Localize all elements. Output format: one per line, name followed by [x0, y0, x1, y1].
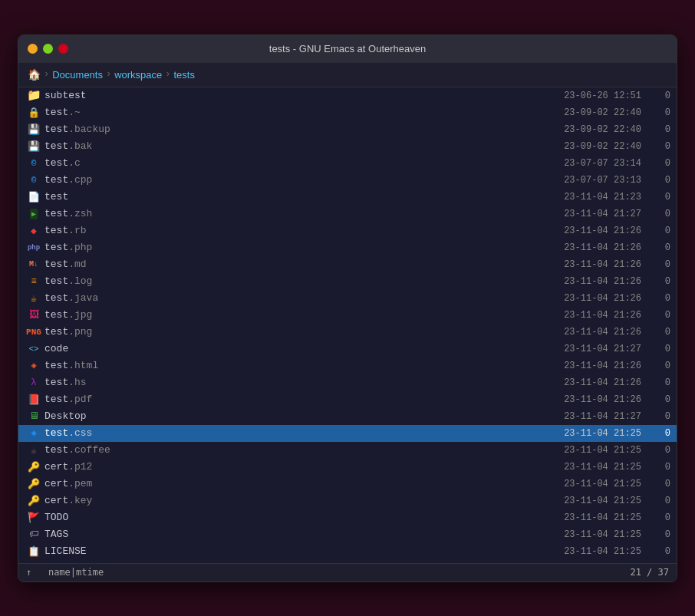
list-item[interactable]: 🖥 Desktop 23-11-04 21:27 0	[18, 408, 677, 425]
file-icon: 🏷	[26, 528, 41, 542]
file-date: 23-11-04 21:26	[548, 327, 647, 338]
list-item[interactable]: ▶ test.zsh 23-11-04 21:27 0	[18, 206, 677, 222]
file-date: 23-11-04 21:27	[548, 411, 647, 422]
list-item[interactable]: ⊕ test.el 23-05-29 00:51 242	[18, 560, 677, 563]
file-icon: 📁	[26, 89, 41, 103]
file-size: 0	[647, 546, 670, 557]
file-size: 0	[647, 344, 670, 354]
file-name: test.css	[44, 427, 548, 439]
list-item[interactable]: 💾 test.bak 23-09-02 22:40 0	[18, 138, 677, 155]
file-date: 23-11-04 21:26	[548, 377, 647, 388]
file-name: test.backup	[44, 124, 548, 135]
file-icon: 🖼	[26, 308, 41, 322]
minimize-button[interactable]	[28, 44, 38, 54]
list-item[interactable]: 🔑 cert.p12 23-11-04 21:25 0	[18, 459, 677, 476]
file-size: 0	[647, 377, 670, 388]
file-name: test.c	[44, 157, 548, 169]
file-name: test.jpg	[44, 309, 548, 321]
file-name: test.coffee	[44, 444, 548, 456]
list-item[interactable]: ☕ test.coffee 23-11-04 21:25 0	[18, 442, 677, 459]
list-item[interactable]: php test.php 23-11-04 21:26 0	[18, 239, 677, 256]
file-size: 0	[647, 496, 670, 506]
file-size: 0	[647, 192, 670, 203]
list-item[interactable]: ◈ test.css 23-11-04 21:25 0	[18, 425, 677, 442]
list-item[interactable]: ☕ test.java 23-11-04 21:26 0	[18, 290, 677, 307]
titlebar: tests - GNU Emacs at Outerheaven	[18, 35, 677, 63]
file-size: 0	[647, 141, 670, 152]
file-size: 0	[647, 124, 670, 135]
list-item[interactable]: 📄 test 23-11-04 21:23 0	[18, 189, 677, 206]
file-date: 23-11-04 21:26	[548, 226, 647, 236]
file-list[interactable]: 📁 subtest 23-06-26 12:51 0 🔒 test.~ 23-0…	[18, 87, 677, 563]
file-name: test.rb	[44, 225, 548, 236]
file-size: 0	[647, 428, 670, 439]
list-item[interactable]: 🏷 TAGS 23-11-04 21:25 0	[18, 526, 677, 543]
file-size: 0	[647, 479, 670, 489]
list-item[interactable]: ◆ test.rb 23-11-04 21:26 0	[18, 222, 677, 239]
file-icon: ©	[26, 156, 41, 170]
file-icon: 🚩	[26, 511, 41, 525]
list-item[interactable]: 📋 LICENSE 23-11-04 21:25 0	[18, 543, 677, 560]
list-item[interactable]: M↓ test.md 23-11-04 21:26 0	[18, 256, 677, 273]
file-name: TAGS	[44, 529, 548, 540]
file-date: 23-11-04 21:25	[548, 546, 647, 557]
file-icon: 💾	[26, 140, 41, 153]
breadcrumb-sep-3: ›	[165, 69, 170, 80]
file-name: TODO	[44, 512, 548, 523]
file-name: test.zsh	[44, 208, 548, 219]
breadcrumb-workspace[interactable]: workspace	[114, 69, 162, 81]
file-icon: λ	[26, 376, 41, 390]
file-icon: ⊕	[26, 562, 41, 563]
file-icon: php	[26, 241, 41, 255]
list-item[interactable]: © test.c 23-07-07 23:14 0	[18, 155, 677, 172]
list-item[interactable]: 🔒 test.~ 23-09-02 22:40 0	[18, 104, 677, 121]
file-date: 23-11-04 21:25	[548, 512, 647, 523]
breadcrumb-sep-1: ›	[44, 69, 49, 80]
sort-indicator: ↑	[26, 567, 31, 578]
maximize-button[interactable]	[43, 44, 53, 54]
breadcrumb-sep-2: ›	[106, 69, 111, 80]
file-name: test.hs	[44, 377, 548, 388]
sort-info: ↑ name|mtime	[26, 567, 104, 578]
file-icon: ◆	[26, 224, 41, 238]
list-item[interactable]: PNG test.png 23-11-04 21:26 0	[18, 324, 677, 341]
file-name: cert.key	[44, 495, 548, 506]
file-name: cert.p12	[44, 461, 548, 473]
list-item[interactable]: 🔑 cert.key 23-11-04 21:25 0	[18, 492, 677, 509]
list-item[interactable]: 🚩 TODO 23-11-04 21:25 0	[18, 509, 677, 526]
list-item[interactable]: 📕 test.pdf 23-11-04 21:26 0	[18, 391, 677, 408]
list-item[interactable]: ◈ test.html 23-11-04 21:26 0	[18, 357, 677, 374]
breadcrumb-tests[interactable]: tests	[174, 69, 195, 81]
file-date: 23-11-04 21:26	[548, 361, 647, 371]
home-icon[interactable]: 🏠	[28, 68, 41, 81]
list-item[interactable]: © test.cpp 23-07-07 23:13 0	[18, 172, 677, 189]
file-size: 0	[647, 327, 670, 338]
list-item[interactable]: 📁 subtest 23-06-26 12:51 0	[18, 87, 677, 104]
breadcrumb-documents[interactable]: Documents	[52, 69, 103, 81]
file-icon: 🔑	[26, 477, 41, 491]
file-name: Desktop	[44, 410, 548, 422]
file-size: 0	[647, 107, 670, 118]
file-date: 23-11-04 21:23	[548, 192, 647, 203]
file-icon: 📕	[26, 393, 41, 407]
file-name: code	[44, 343, 548, 354]
emacs-window: tests - GNU Emacs at Outerheaven 🏠 › Doc…	[18, 35, 677, 582]
list-item[interactable]: <> code 23-11-04 21:27 0	[18, 341, 677, 357]
close-button[interactable]	[58, 44, 68, 54]
file-name: test.~	[44, 107, 548, 118]
list-item[interactable]: 🔑 cert.pem 23-11-04 21:25 0	[18, 476, 677, 492]
file-name: test	[44, 191, 548, 203]
list-item[interactable]: λ test.hs 23-11-04 21:26 0	[18, 374, 677, 391]
list-item[interactable]: 💾 test.backup 23-09-02 22:40 0	[18, 121, 677, 138]
file-date: 23-11-04 21:25	[548, 462, 647, 473]
file-icon: <>	[26, 342, 41, 356]
file-date: 23-11-04 21:26	[548, 276, 647, 287]
file-date: 23-11-04 21:26	[548, 394, 647, 405]
file-icon: ©	[26, 173, 41, 187]
list-item[interactable]: ≡ test.log 23-11-04 21:26 0	[18, 273, 677, 290]
file-size: 0	[647, 259, 670, 270]
file-name: test.html	[44, 360, 548, 371]
file-name: test.cpp	[44, 174, 548, 186]
list-item[interactable]: 🖼 test.jpg 23-11-04 21:26 0	[18, 307, 677, 324]
breadcrumb: 🏠 › Documents › workspace › tests	[18, 63, 677, 87]
